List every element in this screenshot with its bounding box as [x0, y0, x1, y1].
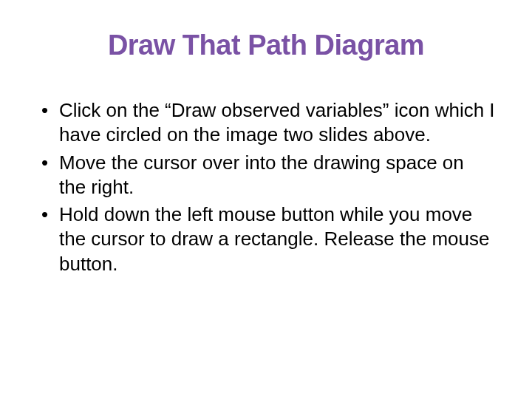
bullet-item: Hold down the left mouse button while yo… — [37, 202, 495, 276]
bullet-item: Click on the “Draw observed variables” i… — [37, 98, 495, 148]
bullet-item: Move the cursor over into the drawing sp… — [37, 151, 495, 200]
bullet-list: Click on the “Draw observed variables” i… — [37, 98, 495, 276]
slide-title: Draw That Path Diagram — [37, 30, 495, 61]
